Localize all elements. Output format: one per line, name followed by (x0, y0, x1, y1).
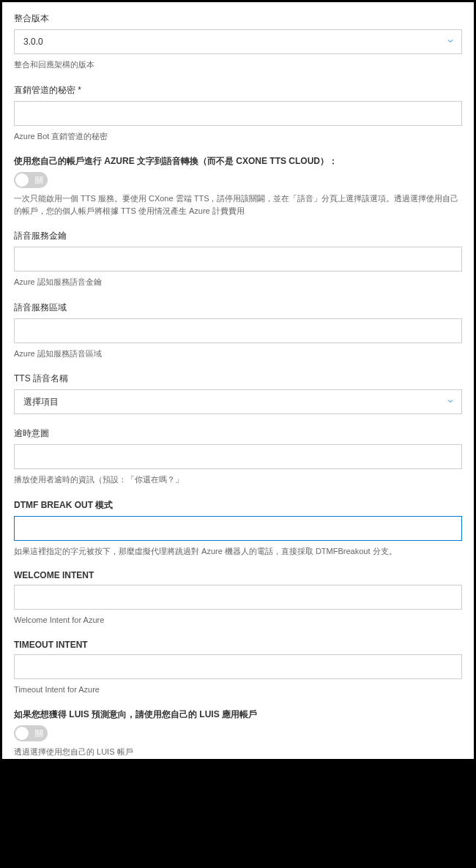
luis-account-toggle-state: 關 (35, 728, 43, 739)
luis-account-toggle-wrapper: 關 (14, 725, 462, 741)
toggle-knob (15, 173, 29, 187)
timeout-prompt-helper: 播放使用者逾時的資訊（預設：「你還在嗎？」 (14, 474, 462, 486)
azure-tts-label: 使用您自己的帳戶進行 AZURE 文字到語音轉換（而不是 CXONE TTS C… (14, 155, 462, 168)
speech-region-group: 語音服務區域 Azure 認知服務語音區域 (14, 302, 462, 360)
dtmf-input[interactable] (14, 516, 462, 541)
timeout-intent-group: TIMEOUT INTENT Timeout Intent for Azure (14, 640, 462, 696)
luis-account-label: 如果您想獲得 LUIS 預測意向，請使用您自己的 LUIS 應用帳戶 (14, 708, 462, 721)
version-value: 3.0.0 (23, 37, 43, 47)
tts-voice-label: TTS 語音名稱 (14, 373, 462, 385)
welcome-intent-helper: Welcome Intent for Azure (14, 614, 462, 626)
azure-tts-toggle[interactable]: 關 (14, 172, 48, 188)
luis-account-toggle[interactable]: 關 (14, 725, 48, 741)
timeout-intent-helper: Timeout Intent for Azure (14, 684, 462, 696)
luis-account-helper: 透過選擇使用您自己的 LUIS 帳戶 (14, 746, 462, 758)
speech-key-input[interactable] (14, 247, 462, 272)
speech-region-input[interactable] (14, 318, 462, 343)
luis-account-group: 如果您想獲得 LUIS 預測意向，請使用您自己的 LUIS 應用帳戶 關 透過選… (14, 708, 462, 758)
secret-helper: Azure Bot 直銷管道的秘密 (14, 130, 462, 143)
version-helper: 整合和回應架構的版本 (14, 59, 462, 71)
tts-voice-group: TTS 語音名稱 選擇項目 (14, 373, 462, 414)
secret-label: 直銷管道的秘密 * (14, 84, 462, 97)
form-container: 整合版本 3.0.0 整合和回應架構的版本 直銷管道的秘密 * Azure Bo… (2, 2, 474, 759)
tts-voice-value: 選擇項目 (23, 396, 59, 408)
timeout-prompt-input[interactable] (14, 444, 462, 469)
version-group: 整合版本 3.0.0 整合和回應架構的版本 (14, 12, 462, 71)
timeout-intent-input[interactable] (14, 654, 462, 679)
welcome-intent-input[interactable] (14, 585, 462, 610)
toggle-knob (15, 727, 29, 740)
speech-key-label: 語音服務金鑰 (14, 230, 462, 242)
timeout-prompt-group: 逾時意圖 播放使用者逾時的資訊（預設：「你還在嗎？」 (14, 427, 462, 486)
speech-key-helper: Azure 認知服務語音金鑰 (14, 276, 462, 288)
azure-tts-helper: 一次只能啟用一個 TTS 服務。要使用 CXone 雲端 TTS，請停用該關闢，… (14, 192, 462, 217)
dtmf-label: DTMF BREAK OUT 模式 (14, 499, 462, 512)
timeout-prompt-label: 逾時意圖 (14, 427, 462, 440)
timeout-intent-label: TIMEOUT INTENT (14, 640, 462, 650)
tts-voice-select[interactable]: 選擇項目 (14, 389, 462, 414)
speech-region-label: 語音服務區域 (14, 302, 462, 314)
dtmf-group: DTMF BREAK OUT 模式 如果這裡指定的字元被按下，那麼虛擬代理將跳過… (14, 499, 462, 558)
secret-input[interactable] (14, 101, 462, 126)
version-select[interactable]: 3.0.0 (14, 29, 462, 54)
azure-tts-toggle-wrapper: 關 (14, 172, 462, 188)
azure-tts-toggle-state: 關 (35, 175, 43, 186)
welcome-intent-group: WELCOME INTENT Welcome Intent for Azure (14, 570, 462, 626)
version-label: 整合版本 (14, 12, 462, 25)
welcome-intent-label: WELCOME INTENT (14, 570, 462, 580)
speech-key-group: 語音服務金鑰 Azure 認知服務語音金鑰 (14, 230, 462, 288)
secret-group: 直銷管道的秘密 * Azure Bot 直銷管道的秘密 (14, 84, 462, 143)
dtmf-helper: 如果這裡指定的字元被按下，那麼虛擬代理將跳過對 Azure 機器人的電話，直接採… (14, 545, 462, 558)
azure-tts-group: 使用您自己的帳戶進行 AZURE 文字到語音轉換（而不是 CXONE TTS C… (14, 155, 462, 217)
speech-region-helper: Azure 認知服務語音區域 (14, 348, 462, 360)
